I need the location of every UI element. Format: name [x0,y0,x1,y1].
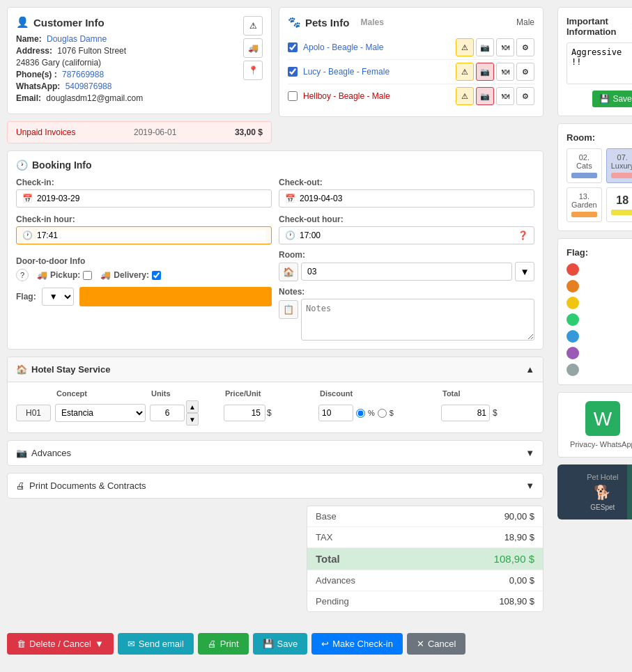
price-input[interactable] [224,405,265,421]
pet-fork-btn-apolo[interactable]: 🍽 [496,38,514,56]
save-icon-important: 💾 [599,94,610,104]
pet-name-hellboy[interactable]: Hellboy - Beagle - Male [303,91,390,101]
cancel-icon: ✕ [417,639,424,649]
door-to-door-label: Door-to-door Info [16,256,85,266]
checkout-input[interactable] [300,194,528,203]
discount-percent-radio[interactable] [356,409,365,418]
room-item-cats[interactable]: 02. Cats [567,148,602,183]
summary-total-row: Total 108,90 $ [307,548,543,570]
pet-hotel-product-icon: 🐕 [566,484,632,501]
pet-checkbox-lucy[interactable] [288,67,298,77]
room-item-luxury[interactable]: 07. Luxury [606,148,632,183]
print-header[interactable]: 🖨 Print Documents & Contracts ▼ [8,474,543,498]
flag-dot-purple[interactable] [567,347,579,359]
calendar-icon-checkin: 📅 [22,194,33,203]
room-cats-label: 02. Cats [571,153,597,170]
flag-dot-orange[interactable] [567,280,579,292]
flag-dot-gray[interactable] [567,364,579,376]
person-icon: 👤 [16,16,29,29]
discount-input[interactable] [318,405,353,421]
pickup-checkbox[interactable] [83,271,92,280]
checkin-input-wrapper: 📅 [16,189,272,208]
save-button[interactable]: 💾 Save [253,633,308,655]
customer-warning-btn[interactable]: ⚠ [243,16,263,36]
room-18-bar [611,210,632,215]
col-header-empty [17,389,52,398]
notes-icon: 📋 [279,300,298,319]
advances-header[interactable]: 📷 Advances ▼ [8,441,543,465]
notes-label: Notes: [279,287,534,297]
checkout-hour-input[interactable] [300,230,514,240]
pet-actions-lucy: ⚠ 📷 🍽 ⚙ [456,63,534,81]
pet-row-hellboy: Hellboy - Beagle - Male ⚠ 📷 🍽 ⚙ [288,84,534,108]
hotel-service-header[interactable]: 🏠 Hotel Stay Service ▲ [8,357,543,382]
pet-camera-btn-apolo[interactable]: 📷 [476,38,494,56]
room-18-label: 18 [611,194,632,207]
pet-fork-btn-hellboy[interactable]: 🍽 [496,87,514,105]
room-item-18[interactable]: 18 [606,187,632,222]
pet-warn-btn-hellboy[interactable]: ⚠ [456,87,474,105]
print-button[interactable]: 🖨 Print [198,633,249,655]
collapse-icon-service: ▲ [525,364,534,375]
advances-card: 📷 Advances ▼ [7,440,544,466]
whatsapp-card[interactable]: W Privacy- WhatsApp [557,392,632,458]
action-bar: 🗑 Delete / Cancel ▼ ✉ Send email 🖨 Print… [7,626,544,662]
delivery-checkbox[interactable] [152,271,161,280]
pet-fork-btn-lucy[interactable]: 🍽 [496,63,514,81]
pet-camera-btn-lucy[interactable]: 📷 [476,63,494,81]
checkin-hour-input[interactable] [37,230,265,240]
room-garden-label: 13. Garden [571,192,597,209]
pet-gear-btn-lucy[interactable]: ⚙ [516,63,534,81]
pet-hotel-product-brand: GESpet [566,503,632,511]
make-checkin-button[interactable]: ↩ Make Check-in [311,633,403,655]
pickup-option: 🚚 Pickup: [37,270,92,280]
pet-gear-btn-apolo[interactable]: ⚙ [516,38,534,56]
delete-cancel-button[interactable]: 🗑 Delete / Cancel ▼ [7,633,114,655]
room-input[interactable] [301,263,512,281]
flag-dot-green[interactable] [567,313,579,326]
price-currency: $ [267,408,272,418]
flag-select[interactable]: ▼ [42,288,74,306]
service-concept-select[interactable]: Estancia [55,404,146,422]
notes-textarea[interactable] [301,299,534,341]
checkin-hour-label: Check-in hour: [16,214,272,224]
discount-fixed-radio[interactable] [378,409,387,418]
customer-truck-btn[interactable]: 🚚 [243,38,263,58]
important-textarea[interactable]: Aggressive !! [567,42,632,84]
room-cats-bar [571,173,597,178]
summary-tax-row: TAX 18,90 $ [307,527,543,548]
pet-gear-btn-hellboy[interactable]: ⚙ [516,87,534,105]
hotel-service-title: 🏠 Hotel Stay Service [16,364,110,375]
room-item-garden[interactable]: 13. Garden [567,187,602,222]
pet-checkbox-apolo[interactable] [288,42,298,52]
flag-dot-blue[interactable] [567,330,579,343]
summary-tax-label: TAX [316,532,332,542]
door-to-door-group: Door-to-door Info ? 🚚 Pickup: 🚚 Delivery… [16,256,272,281]
checkin-input[interactable] [37,194,265,203]
flag-dot-red[interactable] [567,263,579,276]
cancel-button[interactable]: ✕ Cancel [407,633,465,655]
room-dropdown-btn[interactable]: ▼ [515,262,534,281]
summary-base-row: Base 90,00 $ [307,506,543,527]
pet-name-lucy[interactable]: Lucy - Beagle - Female [303,67,390,77]
svg-text:W: W [594,408,612,430]
total-input[interactable] [441,405,490,421]
pet-name-apolo[interactable]: Apolo - Beagle - Male [303,42,387,52]
send-email-button[interactable]: ✉ Send email [118,633,194,655]
pet-actions-apolo: ⚠ 📷 🍽 ⚙ [456,38,534,56]
pet-checkbox-hellboy[interactable] [288,91,298,101]
units-down-btn[interactable]: ▼ [186,413,199,425]
customer-map-btn[interactable]: 📍 [243,61,263,80]
pet-hotel-product-label: Pet Hotel [566,473,632,481]
pet-warn-btn-apolo[interactable]: ⚠ [456,38,474,56]
total-currency: $ [493,408,498,418]
pet-row-apolo: Apolo - Beagle - Male ⚠ 📷 🍽 ⚙ [288,36,534,60]
units-up-btn[interactable]: ▲ [186,400,199,413]
important-save-btn[interactable]: 💾 Save [592,91,632,107]
pet-warn-btn-lucy[interactable]: ⚠ [456,63,474,81]
pet-camera-btn-hellboy[interactable]: 📷 [476,87,494,105]
customer-name-line: Name: Douglas Damne [16,34,143,44]
flag-dot-yellow[interactable] [567,297,579,309]
summary-total-label: Total [316,553,340,565]
units-input[interactable] [150,405,185,421]
